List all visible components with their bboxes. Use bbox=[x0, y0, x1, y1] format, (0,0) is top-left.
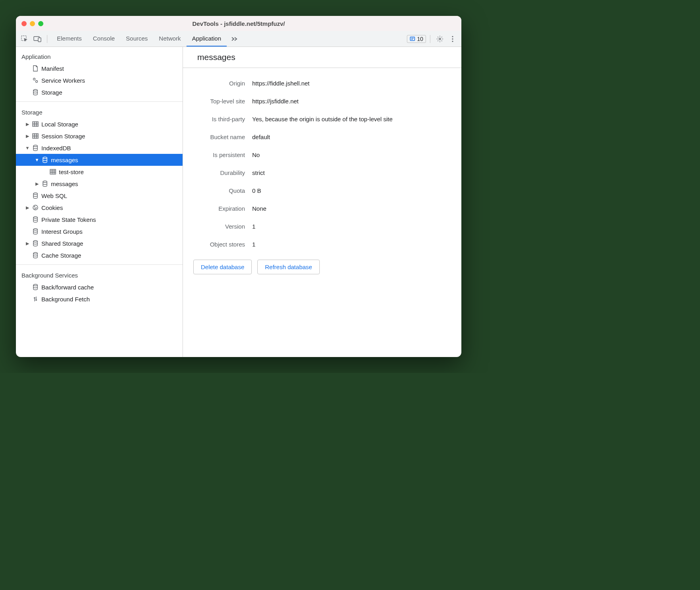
database-icon bbox=[32, 252, 39, 258]
svg-point-25 bbox=[33, 252, 37, 254]
tree-label: test-store bbox=[59, 169, 84, 175]
arrows-vertical-icon bbox=[32, 296, 39, 302]
tab-sources[interactable]: Sources bbox=[121, 31, 154, 47]
svg-point-17 bbox=[33, 193, 37, 194]
prop-value: default bbox=[252, 134, 452, 140]
sidebar-item-websql[interactable]: Web SQL bbox=[16, 190, 183, 202]
minimize-window-button[interactable] bbox=[30, 21, 35, 26]
chevron-right-icon: ▶ bbox=[25, 122, 29, 127]
tree-label: Interest Groups bbox=[41, 228, 82, 235]
svg-point-4 bbox=[439, 38, 441, 39]
sidebar-item-private-state-tokens[interactable]: Private State Tokens bbox=[16, 213, 183, 225]
devtools-window: DevTools - jsfiddle.net/5tmpfuzv/ Elemen… bbox=[16, 16, 461, 357]
main-panel: messages Originhttps://fiddle.jshell.net… bbox=[183, 47, 461, 357]
inspect-element-icon[interactable] bbox=[19, 33, 30, 45]
svg-point-26 bbox=[33, 284, 37, 286]
svg-point-14 bbox=[43, 157, 47, 159]
tab-elements[interactable]: Elements bbox=[51, 31, 88, 47]
row-stores: Object stores1 bbox=[192, 235, 452, 253]
row-toplevel: Top-level sitehttps://jsfiddle.net bbox=[192, 92, 452, 110]
prop-value: https://jsfiddle.net bbox=[252, 98, 452, 105]
tree-label: Shared Storage bbox=[41, 240, 83, 247]
svg-point-18 bbox=[33, 205, 38, 210]
chevron-right-icon: ▶ bbox=[25, 205, 29, 210]
sidebar-item-storage-overview[interactable]: Storage bbox=[16, 86, 183, 98]
prop-key: Is third-party bbox=[192, 116, 245, 122]
titlebar: DevTools - jsfiddle.net/5tmpfuzv/ bbox=[16, 16, 461, 31]
chevron-right-icon: ▶ bbox=[25, 241, 29, 246]
database-icon bbox=[32, 240, 39, 246]
properties-table: Originhttps://fiddle.jshell.net Top-leve… bbox=[183, 68, 461, 257]
application-sidebar: Application Manifest Service Workers Sto… bbox=[16, 47, 183, 357]
prop-key: Expiration bbox=[192, 205, 245, 212]
tab-network[interactable]: Network bbox=[154, 31, 187, 47]
sidebar-item-indexeddb[interactable]: ▼ IndexedDB bbox=[16, 142, 183, 154]
prop-key: Bucket name bbox=[192, 134, 245, 140]
row-version: Version1 bbox=[192, 217, 452, 235]
sidebar-item-store-test-store[interactable]: test-store bbox=[16, 166, 183, 178]
prop-key: Version bbox=[192, 223, 245, 230]
row-expiration: ExpirationNone bbox=[192, 200, 452, 217]
sidebar-item-bgfetch[interactable]: Background Fetch bbox=[16, 293, 183, 305]
database-icon bbox=[32, 145, 39, 151]
row-quota: Quota0 B bbox=[192, 182, 452, 200]
svg-rect-2 bbox=[38, 38, 41, 42]
svg-rect-15 bbox=[50, 169, 56, 174]
tree-label: Cookies bbox=[41, 204, 63, 211]
tree-label: Private State Tokens bbox=[41, 216, 96, 223]
prop-value: No bbox=[252, 151, 452, 158]
svg-point-19 bbox=[34, 206, 35, 207]
issues-badge[interactable]: 10 bbox=[407, 35, 426, 43]
sidebar-item-cookies[interactable]: ▶ Cookies bbox=[16, 202, 183, 213]
tree-label: Service Workers bbox=[41, 77, 85, 84]
panel-tabs: Elements Console Sources Network Applica… bbox=[51, 31, 227, 47]
sidebar-item-service-workers[interactable]: Service Workers bbox=[16, 74, 183, 86]
delete-database-button[interactable]: Delete database bbox=[193, 260, 252, 274]
tree-label: Session Storage bbox=[41, 133, 85, 140]
cookie-icon bbox=[32, 204, 39, 211]
separator bbox=[430, 35, 430, 43]
sidebar-item-cache-storage[interactable]: Cache Storage bbox=[16, 249, 183, 261]
maximize-window-button[interactable] bbox=[38, 21, 43, 26]
sidebar-item-manifest[interactable]: Manifest bbox=[16, 62, 183, 74]
close-window-button[interactable] bbox=[21, 21, 27, 26]
tree-label: IndexedDB bbox=[41, 145, 71, 151]
tree-label: messages bbox=[51, 180, 78, 187]
database-icon bbox=[32, 192, 39, 199]
svg-rect-11 bbox=[33, 122, 38, 126]
sidebar-item-db-messages[interactable]: ▼ messages bbox=[16, 154, 183, 166]
svg-point-5 bbox=[452, 36, 453, 37]
table-icon bbox=[32, 133, 39, 139]
sidebar-item-shared-storage[interactable]: ▶ Shared Storage bbox=[16, 237, 183, 249]
kebab-menu-icon[interactable] bbox=[447, 33, 458, 45]
sidebar-item-bfcache[interactable]: Back/forward cache bbox=[16, 281, 183, 293]
device-toolbar-icon[interactable] bbox=[32, 33, 43, 45]
prop-key: Is persistent bbox=[192, 151, 245, 158]
database-icon bbox=[32, 228, 39, 235]
svg-point-23 bbox=[33, 229, 37, 230]
svg-point-10 bbox=[33, 89, 37, 91]
tree-label: Web SQL bbox=[41, 192, 67, 199]
sidebar-item-session-storage[interactable]: ▶ Session Storage bbox=[16, 130, 183, 142]
sidebar-item-interest-groups[interactable]: Interest Groups bbox=[16, 225, 183, 237]
svg-point-9 bbox=[36, 81, 38, 83]
tab-application[interactable]: Application bbox=[187, 31, 227, 47]
toolbar: Elements Console Sources Network Applica… bbox=[16, 31, 461, 47]
svg-rect-12 bbox=[33, 134, 38, 138]
tab-console[interactable]: Console bbox=[88, 31, 121, 47]
tree-label: Local Storage bbox=[41, 121, 78, 128]
more-tabs-button[interactable] bbox=[228, 36, 241, 42]
sidebar-item-local-storage[interactable]: ▶ Local Storage bbox=[16, 118, 183, 130]
refresh-database-button[interactable]: Refresh database bbox=[257, 260, 319, 274]
database-icon bbox=[32, 89, 39, 95]
window-controls bbox=[21, 21, 43, 26]
svg-point-8 bbox=[33, 78, 35, 80]
sidebar-item-db-messages-2[interactable]: ▶ messages bbox=[16, 178, 183, 190]
prop-key: Object stores bbox=[192, 241, 245, 248]
settings-icon[interactable] bbox=[434, 33, 445, 45]
prop-value: None bbox=[252, 205, 452, 212]
section-application: Application bbox=[16, 49, 183, 62]
gears-icon bbox=[32, 77, 39, 83]
prop-value: 1 bbox=[252, 223, 452, 230]
prop-value: strict bbox=[252, 169, 452, 176]
